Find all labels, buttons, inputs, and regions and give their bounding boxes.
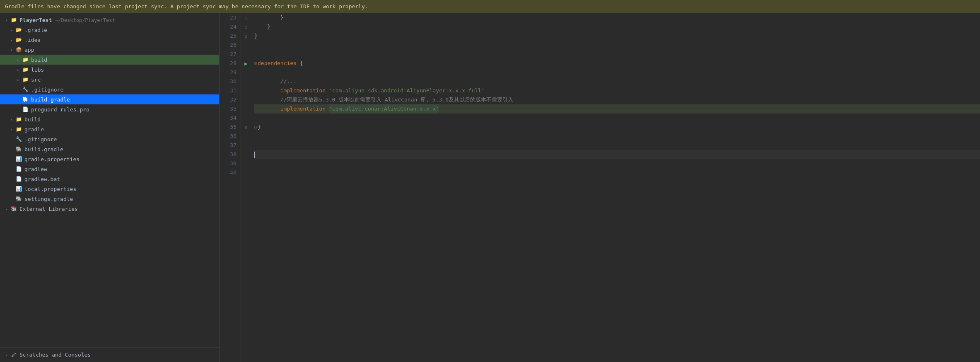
code-line-27 bbox=[254, 50, 980, 59]
sidebar-item-gitignore-app[interactable]: 🔧 .gitignore bbox=[0, 84, 219, 94]
line-num-31: 31 bbox=[220, 86, 237, 95]
code-line-25: } bbox=[254, 31, 980, 41]
sidebar-item-build-root[interactable]: 📁 build bbox=[0, 114, 219, 124]
sidebar-item-gradle-properties[interactable]: 📊 gradle.properties bbox=[0, 154, 219, 164]
gradle-icon: 🐘 bbox=[15, 145, 22, 153]
main-area: 📁 PlayerTest ~/Desktop/PlayerTest 📂 .gra… bbox=[0, 13, 980, 362]
item-label: proguard-rules.pro bbox=[31, 106, 89, 113]
gutter-37 bbox=[241, 141, 251, 150]
item-label: build bbox=[31, 57, 47, 63]
item-label: settings.gradle bbox=[24, 196, 73, 202]
sidebar-item-build-dir[interactable]: 📁 build bbox=[0, 55, 219, 65]
sidebar-item-build-gradle[interactable]: 🐘 build.gradle bbox=[0, 94, 219, 104]
line-num-29: 29 bbox=[220, 68, 237, 77]
line-num-23: 23 bbox=[220, 13, 237, 22]
gutter-28[interactable]: ▶ bbox=[241, 59, 251, 68]
sidebar-item-gradlew-bat[interactable]: 📄 gradlew.bat bbox=[0, 174, 219, 184]
code-line-28: ⊞dependencies { bbox=[254, 59, 980, 68]
gutter-25[interactable]: ⊟ bbox=[241, 31, 251, 41]
item-label: libs bbox=[31, 67, 44, 73]
gutter: ⊟ ⊟ ⊟ ▶ ⊟ bbox=[241, 13, 251, 362]
sidebar-item-gradle-root[interactable]: 📁 gradle bbox=[0, 124, 219, 134]
tree-arrow bbox=[15, 76, 22, 83]
sidebar-item-app[interactable]: 📦 app bbox=[0, 45, 219, 55]
code-line-35: ⊟} bbox=[254, 123, 980, 132]
code-line-32: //阿里云播放器5.3.0 版本以前需要引入 AlivcConan 库, 5.3… bbox=[254, 95, 980, 104]
item-label: gradle.properties bbox=[24, 156, 80, 162]
gutter-35[interactable]: ⊟ bbox=[241, 123, 251, 132]
sidebar-item-ext-libraries[interactable]: 📚 External Libraries bbox=[0, 204, 219, 214]
sidebar-item-proguard[interactable]: 📄 proguard-rules.pro bbox=[0, 104, 219, 114]
sidebar-item-src[interactable]: 📁 src bbox=[0, 75, 219, 84]
tree-arrow bbox=[3, 205, 10, 212]
line-num-40: 40 bbox=[220, 168, 237, 177]
item-label: .gradle bbox=[24, 27, 47, 33]
code-line-29 bbox=[254, 68, 980, 77]
gutter-24[interactable]: ⊟ bbox=[241, 22, 251, 31]
gutter-34 bbox=[241, 113, 251, 123]
sidebar-item-gradlew[interactable]: 📄 gradlew bbox=[0, 164, 219, 174]
tree-arrow bbox=[8, 126, 15, 133]
code-line-23: } bbox=[254, 13, 980, 22]
line-num-39: 39 bbox=[220, 159, 237, 168]
sidebar-item-idea-dir[interactable]: 📂 .idea bbox=[0, 35, 219, 45]
sidebar-item-local-properties[interactable]: 📊 local.properties bbox=[0, 184, 219, 194]
code-line-33: implementation 'com.alivc.conan:AlivcCon… bbox=[254, 104, 980, 113]
folder-icon: 📁 bbox=[22, 66, 29, 73]
folder-icon: 📂 bbox=[15, 36, 22, 43]
sidebar-item-build-gradle-root[interactable]: 🐘 build.gradle bbox=[0, 144, 219, 154]
sidebar-item-playertest[interactable]: 📁 PlayerTest ~/Desktop/PlayerTest bbox=[0, 15, 219, 25]
gutter-33 bbox=[241, 104, 251, 113]
code-content[interactable]: } } } ⊞dependencies { bbox=[251, 13, 980, 362]
code-editor[interactable]: 23 24 25 26 27 28 29 30 31 32 33 34 35 3… bbox=[220, 13, 980, 362]
tree-arrow bbox=[8, 116, 15, 123]
code-line-31: implementation 'com.aliyun.sdk.android:A… bbox=[254, 86, 980, 95]
item-label: build.gradle bbox=[31, 97, 70, 103]
notification-text: Gradle files have changed since last pro… bbox=[5, 3, 368, 10]
line-num-37: 37 bbox=[220, 141, 237, 150]
file-icon: 📄 bbox=[15, 175, 22, 183]
sidebar-item-libs[interactable]: 📁 libs bbox=[0, 65, 219, 75]
item-label: gradle bbox=[24, 126, 44, 133]
editor-area: 23 24 25 26 27 28 29 30 31 32 33 34 35 3… bbox=[220, 13, 980, 362]
code-line-39 bbox=[254, 159, 980, 168]
code-line-30: //... bbox=[254, 77, 980, 86]
item-label: .gitignore bbox=[31, 87, 63, 93]
ext-libraries-icon: 📚 bbox=[10, 205, 17, 212]
folder-icon: 📁 bbox=[22, 56, 29, 63]
sidebar-item-settings-gradle[interactable]: 🐘 settings.gradle bbox=[0, 194, 219, 204]
sidebar-item-gradle-dir[interactable]: 📂 .gradle bbox=[0, 25, 219, 35]
notification-bar: Gradle files have changed since last pro… bbox=[0, 0, 980, 13]
item-label: .idea bbox=[24, 37, 41, 43]
file-icon: 📄 bbox=[22, 106, 29, 113]
folder-icon: 📁 bbox=[15, 125, 22, 133]
sidebar-tree: 📁 PlayerTest ~/Desktop/PlayerTest 📂 .gra… bbox=[0, 13, 219, 347]
gutter-29 bbox=[241, 68, 251, 77]
file-icon: 🔧 bbox=[22, 86, 29, 93]
code-line-40 bbox=[254, 168, 980, 177]
tree-arrow bbox=[15, 66, 22, 73]
chart-icon: 📊 bbox=[15, 155, 22, 163]
sidebar-item-gitignore-root[interactable]: 🔧 .gitignore bbox=[0, 134, 219, 144]
item-label: External Libraries bbox=[19, 206, 78, 212]
file-icon: 🔧 bbox=[15, 135, 22, 143]
gutter-26 bbox=[241, 41, 251, 50]
item-label: .gitignore bbox=[24, 136, 57, 142]
item-label: app bbox=[24, 47, 34, 53]
folder-icon: 📂 bbox=[15, 26, 22, 34]
line-num-24: 24 bbox=[220, 22, 237, 31]
line-num-30: 30 bbox=[220, 77, 237, 86]
code-line-26 bbox=[254, 41, 980, 50]
line-num-33: 33 bbox=[220, 104, 237, 113]
line-num-38: 38 bbox=[220, 150, 237, 159]
gradle-icon: 🐘 bbox=[22, 96, 29, 103]
code-line-37 bbox=[254, 141, 980, 150]
gutter-23[interactable]: ⊟ bbox=[241, 13, 251, 22]
module-icon: 📁 bbox=[10, 16, 17, 24]
line-num-35: 35 bbox=[220, 123, 237, 132]
gutter-32 bbox=[241, 95, 251, 104]
scratches-bar[interactable]: 🖊 Scratches and Consoles bbox=[0, 347, 219, 362]
folder-icon: 📁 bbox=[22, 76, 29, 83]
scratches-label: Scratches and Consoles bbox=[19, 352, 91, 358]
item-label: build.gradle bbox=[24, 146, 63, 152]
